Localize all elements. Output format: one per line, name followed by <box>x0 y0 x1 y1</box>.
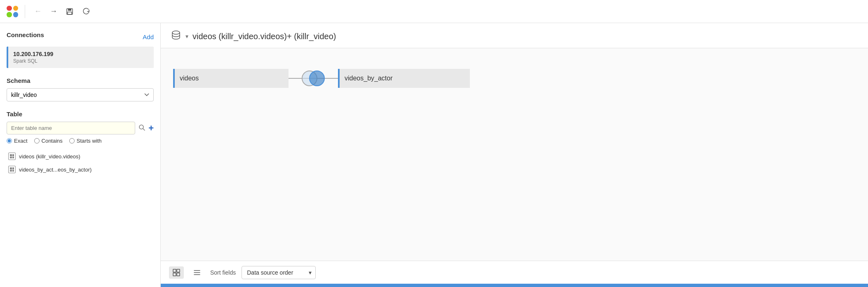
logo-dot-green <box>7 12 12 17</box>
add-table-button[interactable]: + <box>148 124 154 133</box>
top-bar-divider <box>25 5 25 18</box>
connections-section-header: Connections Add <box>7 31 154 42</box>
sort-select[interactable]: Data source order Alphabetical Custom <box>242 266 316 279</box>
join-connector <box>289 69 338 88</box>
sidebar: Connections Add 10.200.176.199 Spark SQL… <box>0 23 161 287</box>
filter-startswith-text: Starts with <box>77 138 102 144</box>
svg-line-4 <box>143 129 145 130</box>
right-table[interactable]: videos_by_actor <box>338 69 470 88</box>
schema-label: Schema <box>7 77 154 84</box>
top-bar: ← → <box>0 0 868 23</box>
sort-select-wrapper: Data source order Alphabetical Custom ▾ <box>242 266 316 279</box>
refresh-button[interactable] <box>80 6 93 17</box>
logo-dot-orange <box>13 6 19 11</box>
schema-select[interactable]: killr_video <box>7 88 154 101</box>
table-section: Table + Exact Contains Sta <box>7 111 154 176</box>
filter-contains-label[interactable]: Contains <box>34 138 63 144</box>
title-dropdown-arrow[interactable]: ▾ <box>185 33 188 40</box>
svg-rect-7 <box>177 269 180 272</box>
grid-view-button[interactable] <box>169 266 184 279</box>
left-table-name: videos <box>180 75 199 82</box>
bottom-bar: Sort fields Data source order Alphabetic… <box>161 261 868 284</box>
forward-button[interactable]: → <box>47 5 60 17</box>
svg-point-5 <box>172 31 180 34</box>
join-circles <box>298 71 329 86</box>
schema-section: Schema killr_video <box>7 77 154 101</box>
sort-label: Sort fields <box>210 269 236 276</box>
table-label: Table <box>7 111 154 118</box>
add-connection-button[interactable]: Add <box>143 33 154 40</box>
page-title: videos (killr_video.videos)+ (killr_vide… <box>192 32 336 41</box>
list-view-button[interactable] <box>190 266 204 279</box>
table-search-row: + <box>7 122 154 134</box>
app-logo <box>7 6 18 17</box>
svg-rect-6 <box>173 269 176 272</box>
table-icon <box>8 153 16 160</box>
connections-label: Connections <box>7 31 44 38</box>
table-item-name-1: videos (killr_video.videos) <box>19 153 80 160</box>
svg-rect-8 <box>173 273 176 276</box>
save-button[interactable] <box>63 6 76 17</box>
filter-radio-group: Exact Contains Starts with <box>7 138 154 144</box>
svg-rect-1 <box>68 9 71 11</box>
logo-dot-blue <box>13 12 19 17</box>
table-item-name-2: videos_by_act...eos_by_actor) <box>19 167 91 173</box>
filter-startswith-radio[interactable] <box>69 138 75 144</box>
filter-exact-label[interactable]: Exact <box>7 138 28 144</box>
blue-strip <box>161 284 868 287</box>
table-list-item[interactable]: videos_by_act...eos_by_actor) <box>7 163 154 176</box>
right-table-name: videos_by_actor <box>345 75 393 82</box>
main-content: ▾ videos (killr_video.videos)+ (killr_vi… <box>161 23 868 287</box>
connection-ip: 10.200.176.199 <box>13 51 149 57</box>
table-icon-2 <box>8 166 16 173</box>
filter-contains-radio[interactable] <box>34 138 40 144</box>
filter-startswith-label[interactable]: Starts with <box>69 138 102 144</box>
canvas-area: videos videos_by_actor <box>161 48 868 261</box>
database-icon <box>171 30 181 43</box>
search-button[interactable] <box>138 123 146 133</box>
table-search-input[interactable] <box>7 122 135 134</box>
logo-dot-red <box>7 6 12 11</box>
filter-contains-text: Contains <box>42 138 63 144</box>
join-diagram: videos videos_by_actor <box>173 69 470 88</box>
connection-type: Spark SQL <box>13 58 149 64</box>
svg-rect-9 <box>177 273 180 276</box>
back-button[interactable]: ← <box>32 5 44 17</box>
join-circle-right <box>309 71 325 86</box>
connection-item[interactable]: 10.200.176.199 Spark SQL <box>7 47 154 68</box>
main-header: ▾ videos (killr_video.videos)+ (killr_vi… <box>161 23 868 48</box>
filter-exact-radio[interactable] <box>7 138 12 144</box>
svg-rect-2 <box>68 12 72 14</box>
left-table[interactable]: videos <box>173 69 289 88</box>
table-list-item[interactable]: videos (killr_video.videos) <box>7 150 154 163</box>
filter-exact-text: Exact <box>14 138 28 144</box>
